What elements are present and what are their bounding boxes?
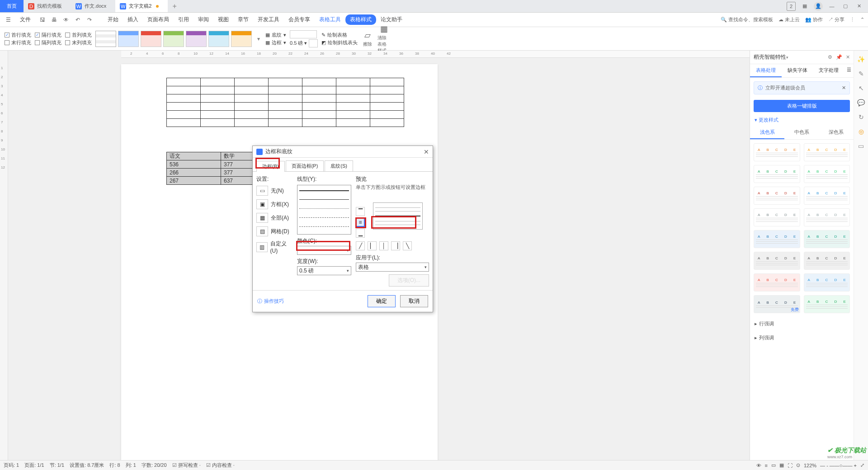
rp-style-item[interactable]: ABCDE <box>804 273 850 291</box>
side-loop-icon[interactable]: ↻ <box>857 113 865 121</box>
rp-more-icon[interactable]: ☰ <box>844 64 854 77</box>
rp-style-item[interactable]: ABCDE <box>804 143 850 161</box>
rp-subtab-dark[interactable]: 深色系 <box>819 126 854 139</box>
close-button[interactable]: ✕ <box>854 2 863 11</box>
clear-style-button[interactable]: ▦清除表格样式 <box>377 33 390 45</box>
status-content[interactable]: ☑ 内容检查 · <box>206 462 235 469</box>
status-page-of[interactable]: 页面: 1/1 <box>24 462 44 469</box>
draw-table-button[interactable]: ✎ 绘制表格 <box>321 32 358 38</box>
view-icon-3[interactable]: ▭ <box>771 462 776 468</box>
chk-last-row[interactable]: 末行填充 <box>5 39 31 46</box>
side-pencil-icon[interactable]: ✎ <box>857 70 865 78</box>
ok-button[interactable]: 确定 <box>368 295 396 307</box>
tips-link[interactable]: ⓘ 操作技巧 <box>257 298 284 305</box>
ribbon-tab-vip[interactable]: 会员专享 <box>284 13 315 26</box>
status-section[interactable]: 节: 1/1 <box>50 462 64 469</box>
rp-change-style[interactable]: ▾ 更改样式 <box>750 114 854 126</box>
border-btn-diag[interactable]: ╱ <box>356 241 365 250</box>
setting-none[interactable]: ▭无(N) <box>256 186 292 196</box>
redo-icon[interactable]: ↷ <box>85 15 94 24</box>
rp-style-item[interactable]: ABCDE <box>754 165 800 183</box>
doc-tab-1[interactable]: D找稻壳模板 <box>24 0 71 12</box>
search-box[interactable]: 🔍 查找命令、搜索模板 <box>721 16 773 23</box>
ribbon-tab-view[interactable]: 视图 <box>213 13 233 26</box>
status-chars[interactable]: 字数: 20/20 <box>142 462 167 469</box>
undo-icon[interactable]: ↶ <box>73 15 82 24</box>
view-icon-5[interactable]: ⛶ <box>788 463 793 468</box>
ribbon-tab-reference[interactable]: 引用 <box>174 13 193 26</box>
doc-tab-2[interactable]: W作文.docx <box>71 0 115 12</box>
rp-style-item[interactable]: ABCDE <box>754 143 800 161</box>
zoom-value[interactable]: 122% <box>804 463 816 468</box>
maximize-button[interactable]: ▢ <box>841 2 850 11</box>
save-icon[interactable]: 🖫 <box>38 15 47 24</box>
table-style-gallery[interactable] <box>95 31 252 47</box>
more-icon[interactable]: ⋮ <box>850 17 855 23</box>
rp-style-item[interactable]: ABCDE <box>804 165 850 183</box>
setting-custom[interactable]: ▥自定义(U) <box>256 240 292 254</box>
linetype-list[interactable] <box>297 185 351 235</box>
ribbon-tab-section[interactable]: 章节 <box>233 13 253 26</box>
side-cursor-icon[interactable]: ↖ <box>857 84 865 92</box>
rp-subtab-light[interactable]: 浅色系 <box>750 126 784 139</box>
gallery-more-icon[interactable]: ▾ <box>257 36 260 42</box>
border-btn-diag2[interactable]: ╲ <box>403 241 412 250</box>
border-btn-bottom[interactable]: ▁ <box>356 229 365 238</box>
dialog-close-button[interactable]: ✕ <box>424 148 429 155</box>
collapse-icon[interactable]: ⌃ <box>860 17 864 23</box>
border-width-input[interactable]: 0.5 磅 ▾ <box>290 40 307 47</box>
cloud-status[interactable]: ☁ 未上云 <box>778 16 800 23</box>
chk-alt-row[interactable]: ✓隔行填充 <box>35 32 61 38</box>
zoom-fit[interactable]: ⤢ <box>860 462 864 468</box>
minimize-button[interactable]: — <box>827 2 836 11</box>
preview-icon[interactable]: 👁 <box>61 15 71 24</box>
rp-style-item[interactable]: ABCDE <box>754 208 800 226</box>
chk-last-col[interactable]: 末列填充 <box>65 39 92 46</box>
zoom-out[interactable]: ⊙ <box>796 462 800 468</box>
rp-style-item[interactable]: ABCDE免费 <box>754 295 800 313</box>
print-icon[interactable]: 🖶 <box>50 15 59 24</box>
file-menu[interactable]: 文件 <box>15 13 35 26</box>
new-tab-button[interactable]: + <box>168 2 181 10</box>
zoom-slider[interactable]: — - ——○—— + <box>820 463 857 468</box>
side-book-icon[interactable]: ▭ <box>857 142 865 150</box>
side-sparkle-icon[interactable]: ✨ <box>857 55 865 63</box>
rp-close-icon[interactable]: ✕ <box>846 54 850 60</box>
user-avatar[interactable]: 👤 <box>814 2 823 11</box>
document-table-1[interactable] <box>166 78 404 127</box>
rp-style-item[interactable]: ABCDE <box>804 230 850 248</box>
border-btn-mid-v[interactable]: │ <box>379 241 388 250</box>
ribbon-tab-start[interactable]: 开始 <box>103 13 123 26</box>
border-btn-top[interactable]: ▔ <box>356 207 365 216</box>
rp-row-emphasis[interactable]: ▸ 行强调 <box>750 317 854 331</box>
applyto-combo[interactable]: 表格 <box>356 263 429 272</box>
rp-style-item[interactable]: ABCDE <box>754 187 800 205</box>
rp-style-item[interactable]: ABCDE <box>754 273 800 291</box>
view-icon-2[interactable]: ≡ <box>765 463 768 468</box>
rp-settings-icon[interactable]: ⚙ <box>828 54 832 60</box>
width-combo[interactable]: 0.5 磅 <box>297 266 351 275</box>
setting-box[interactable]: ▣方框(X) <box>256 199 292 209</box>
status-spell[interactable]: ☑ 拼写检查 · <box>172 462 201 469</box>
side-target-icon[interactable]: ◎ <box>857 127 865 136</box>
line-style-box[interactable] <box>290 30 317 38</box>
rp-subtab-mid[interactable]: 中色系 <box>784 126 819 139</box>
rp-style-item[interactable]: ABCDE <box>754 252 800 270</box>
side-chat-icon[interactable]: 💬 <box>857 99 865 107</box>
rp-tab-table[interactable]: 表格处理 <box>750 64 782 77</box>
rp-style-item[interactable]: ABCDE <box>804 252 850 270</box>
border-btn-mid-h[interactable]: ≡ <box>356 218 365 227</box>
ribbon-tab-table-style[interactable]: 表格样式 <box>345 14 376 25</box>
share-button[interactable]: ↗ 分享 <box>828 16 844 23</box>
rp-pin-icon[interactable]: 📌 <box>836 54 842 60</box>
dialog-tab-page-border[interactable]: 页面边框(P) <box>286 160 324 171</box>
home-tab[interactable]: 首页 <box>0 0 24 12</box>
view-icon-1[interactable]: 👁 <box>756 463 761 468</box>
chk-first-col[interactable]: 首列填充 <box>65 32 92 38</box>
badge-icon[interactable]: 2 <box>787 2 796 11</box>
rp-style-item[interactable]: ABCDE <box>804 208 850 226</box>
apps-icon[interactable]: ▦ <box>800 2 809 11</box>
rp-style-item[interactable]: ABCDE <box>754 230 800 248</box>
cancel-button[interactable]: 取消 <box>400 295 428 307</box>
ribbon-tab-review[interactable]: 审阅 <box>193 13 213 26</box>
